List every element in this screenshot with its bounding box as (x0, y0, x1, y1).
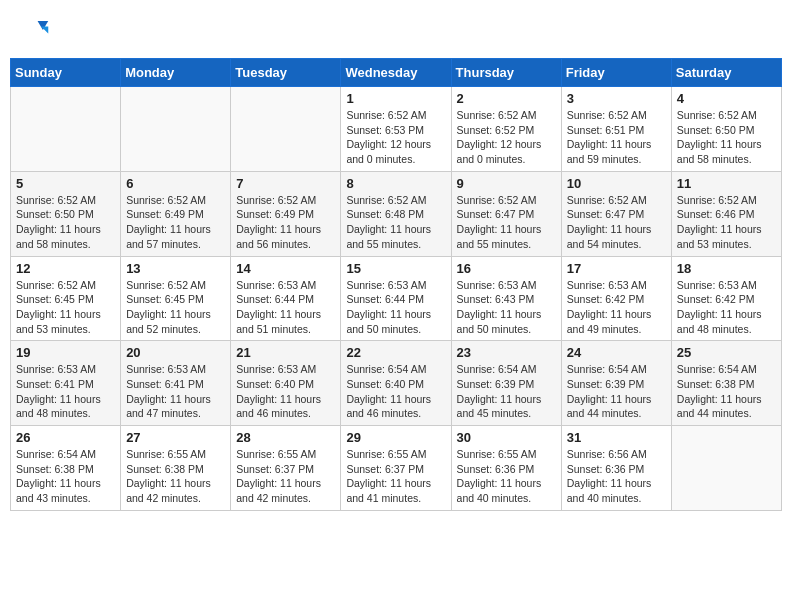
day-info: Sunrise: 6:53 AM Sunset: 6:44 PM Dayligh… (236, 278, 335, 337)
calendar-cell: 31Sunrise: 6:56 AM Sunset: 6:36 PM Dayli… (561, 426, 671, 511)
calendar-cell: 6Sunrise: 6:52 AM Sunset: 6:49 PM Daylig… (121, 171, 231, 256)
calendar-cell (231, 87, 341, 172)
day-number: 15 (346, 261, 445, 276)
calendar-cell: 26Sunrise: 6:54 AM Sunset: 6:38 PM Dayli… (11, 426, 121, 511)
day-number: 28 (236, 430, 335, 445)
calendar-cell: 30Sunrise: 6:55 AM Sunset: 6:36 PM Dayli… (451, 426, 561, 511)
calendar-cell: 10Sunrise: 6:52 AM Sunset: 6:47 PM Dayli… (561, 171, 671, 256)
day-number: 5 (16, 176, 115, 191)
calendar-header-row: SundayMondayTuesdayWednesdayThursdayFrid… (11, 59, 782, 87)
calendar-cell: 22Sunrise: 6:54 AM Sunset: 6:40 PM Dayli… (341, 341, 451, 426)
calendar-week-4: 19Sunrise: 6:53 AM Sunset: 6:41 PM Dayli… (11, 341, 782, 426)
calendar-cell: 12Sunrise: 6:52 AM Sunset: 6:45 PM Dayli… (11, 256, 121, 341)
day-info: Sunrise: 6:52 AM Sunset: 6:51 PM Dayligh… (567, 108, 666, 167)
day-info: Sunrise: 6:55 AM Sunset: 6:36 PM Dayligh… (457, 447, 556, 506)
day-number: 26 (16, 430, 115, 445)
calendar-cell: 25Sunrise: 6:54 AM Sunset: 6:38 PM Dayli… (671, 341, 781, 426)
day-info: Sunrise: 6:54 AM Sunset: 6:39 PM Dayligh… (567, 362, 666, 421)
calendar-cell: 24Sunrise: 6:54 AM Sunset: 6:39 PM Dayli… (561, 341, 671, 426)
day-info: Sunrise: 6:52 AM Sunset: 6:47 PM Dayligh… (457, 193, 556, 252)
calendar-cell (671, 426, 781, 511)
day-info: Sunrise: 6:54 AM Sunset: 6:38 PM Dayligh… (677, 362, 776, 421)
day-info: Sunrise: 6:55 AM Sunset: 6:37 PM Dayligh… (236, 447, 335, 506)
weekday-header-friday: Friday (561, 59, 671, 87)
calendar-cell: 23Sunrise: 6:54 AM Sunset: 6:39 PM Dayli… (451, 341, 561, 426)
day-number: 2 (457, 91, 556, 106)
day-info: Sunrise: 6:52 AM Sunset: 6:50 PM Dayligh… (677, 108, 776, 167)
day-info: Sunrise: 6:52 AM Sunset: 6:47 PM Dayligh… (567, 193, 666, 252)
calendar-cell: 20Sunrise: 6:53 AM Sunset: 6:41 PM Dayli… (121, 341, 231, 426)
day-number: 25 (677, 345, 776, 360)
calendar-cell: 13Sunrise: 6:52 AM Sunset: 6:45 PM Dayli… (121, 256, 231, 341)
day-number: 22 (346, 345, 445, 360)
calendar-body: 1Sunrise: 6:52 AM Sunset: 6:53 PM Daylig… (11, 87, 782, 511)
day-number: 6 (126, 176, 225, 191)
day-info: Sunrise: 6:52 AM Sunset: 6:49 PM Dayligh… (126, 193, 225, 252)
day-info: Sunrise: 6:52 AM Sunset: 6:50 PM Dayligh… (16, 193, 115, 252)
calendar-cell: 7Sunrise: 6:52 AM Sunset: 6:49 PM Daylig… (231, 171, 341, 256)
day-number: 21 (236, 345, 335, 360)
day-number: 7 (236, 176, 335, 191)
calendar-cell: 8Sunrise: 6:52 AM Sunset: 6:48 PM Daylig… (341, 171, 451, 256)
day-number: 17 (567, 261, 666, 276)
day-number: 16 (457, 261, 556, 276)
calendar-cell: 1Sunrise: 6:52 AM Sunset: 6:53 PM Daylig… (341, 87, 451, 172)
day-number: 9 (457, 176, 556, 191)
day-number: 4 (677, 91, 776, 106)
logo-icon (18, 14, 50, 46)
calendar-table: SundayMondayTuesdayWednesdayThursdayFrid… (10, 58, 782, 511)
logo (18, 14, 52, 46)
day-number: 19 (16, 345, 115, 360)
day-number: 18 (677, 261, 776, 276)
calendar-cell: 19Sunrise: 6:53 AM Sunset: 6:41 PM Dayli… (11, 341, 121, 426)
day-info: Sunrise: 6:53 AM Sunset: 6:43 PM Dayligh… (457, 278, 556, 337)
day-number: 23 (457, 345, 556, 360)
day-number: 3 (567, 91, 666, 106)
calendar-cell: 14Sunrise: 6:53 AM Sunset: 6:44 PM Dayli… (231, 256, 341, 341)
calendar-cell (11, 87, 121, 172)
calendar-cell: 4Sunrise: 6:52 AM Sunset: 6:50 PM Daylig… (671, 87, 781, 172)
day-number: 10 (567, 176, 666, 191)
page-header (10, 10, 782, 50)
calendar-cell: 17Sunrise: 6:53 AM Sunset: 6:42 PM Dayli… (561, 256, 671, 341)
calendar-cell (121, 87, 231, 172)
weekday-header-saturday: Saturday (671, 59, 781, 87)
day-info: Sunrise: 6:54 AM Sunset: 6:38 PM Dayligh… (16, 447, 115, 506)
day-number: 24 (567, 345, 666, 360)
day-number: 12 (16, 261, 115, 276)
day-number: 8 (346, 176, 445, 191)
day-number: 13 (126, 261, 225, 276)
weekday-header-tuesday: Tuesday (231, 59, 341, 87)
day-info: Sunrise: 6:54 AM Sunset: 6:40 PM Dayligh… (346, 362, 445, 421)
day-info: Sunrise: 6:52 AM Sunset: 6:49 PM Dayligh… (236, 193, 335, 252)
calendar-cell: 9Sunrise: 6:52 AM Sunset: 6:47 PM Daylig… (451, 171, 561, 256)
calendar-week-1: 1Sunrise: 6:52 AM Sunset: 6:53 PM Daylig… (11, 87, 782, 172)
day-info: Sunrise: 6:54 AM Sunset: 6:39 PM Dayligh… (457, 362, 556, 421)
day-info: Sunrise: 6:53 AM Sunset: 6:41 PM Dayligh… (16, 362, 115, 421)
day-info: Sunrise: 6:53 AM Sunset: 6:40 PM Dayligh… (236, 362, 335, 421)
calendar-cell: 5Sunrise: 6:52 AM Sunset: 6:50 PM Daylig… (11, 171, 121, 256)
day-info: Sunrise: 6:55 AM Sunset: 6:37 PM Dayligh… (346, 447, 445, 506)
weekday-header-thursday: Thursday (451, 59, 561, 87)
calendar-cell: 27Sunrise: 6:55 AM Sunset: 6:38 PM Dayli… (121, 426, 231, 511)
weekday-header-sunday: Sunday (11, 59, 121, 87)
calendar-cell: 3Sunrise: 6:52 AM Sunset: 6:51 PM Daylig… (561, 87, 671, 172)
day-info: Sunrise: 6:53 AM Sunset: 6:41 PM Dayligh… (126, 362, 225, 421)
day-number: 14 (236, 261, 335, 276)
day-number: 30 (457, 430, 556, 445)
day-info: Sunrise: 6:55 AM Sunset: 6:38 PM Dayligh… (126, 447, 225, 506)
calendar-cell: 2Sunrise: 6:52 AM Sunset: 6:52 PM Daylig… (451, 87, 561, 172)
calendar-week-3: 12Sunrise: 6:52 AM Sunset: 6:45 PM Dayli… (11, 256, 782, 341)
day-number: 20 (126, 345, 225, 360)
calendar-week-5: 26Sunrise: 6:54 AM Sunset: 6:38 PM Dayli… (11, 426, 782, 511)
calendar-cell: 29Sunrise: 6:55 AM Sunset: 6:37 PM Dayli… (341, 426, 451, 511)
day-number: 31 (567, 430, 666, 445)
day-info: Sunrise: 6:53 AM Sunset: 6:42 PM Dayligh… (677, 278, 776, 337)
calendar-cell: 16Sunrise: 6:53 AM Sunset: 6:43 PM Dayli… (451, 256, 561, 341)
day-number: 1 (346, 91, 445, 106)
day-info: Sunrise: 6:52 AM Sunset: 6:52 PM Dayligh… (457, 108, 556, 167)
calendar-cell: 28Sunrise: 6:55 AM Sunset: 6:37 PM Dayli… (231, 426, 341, 511)
day-info: Sunrise: 6:53 AM Sunset: 6:44 PM Dayligh… (346, 278, 445, 337)
day-info: Sunrise: 6:53 AM Sunset: 6:42 PM Dayligh… (567, 278, 666, 337)
day-info: Sunrise: 6:52 AM Sunset: 6:53 PM Dayligh… (346, 108, 445, 167)
